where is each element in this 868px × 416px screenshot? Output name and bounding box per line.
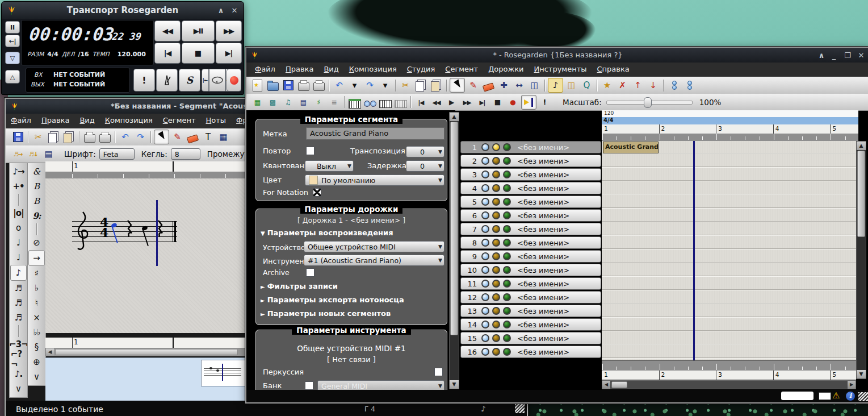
stop-button[interactable]: ■ [182, 43, 215, 64]
track-mute-led[interactable] [481, 211, 489, 219]
print-button[interactable] [296, 78, 311, 92]
track-mute-led[interactable] [481, 293, 489, 301]
shade-button[interactable]: ∧ [215, 6, 227, 15]
bass-clef-button[interactable]: 9: [29, 209, 44, 223]
breve-button[interactable]: |o| [11, 206, 26, 221]
move-tool-button[interactable]: ✚ [497, 78, 511, 92]
menu-item[interactable]: Сегмент [158, 114, 201, 126]
track-row[interactable]: 2<без имени> [460, 155, 601, 167]
playback-parameters-section[interactable]: ▼Параметры воспроизведения [261, 228, 393, 237]
record-filters-section[interactable]: ►Фильтры записи [261, 282, 338, 290]
bank-select[interactable]: General MIDI▼ [317, 380, 445, 390]
track-record-led[interactable] [492, 334, 500, 342]
track-row[interactable]: 15<без имени> [460, 332, 601, 344]
track-mute-led[interactable] [481, 157, 489, 165]
tempo-ruler-toggle-button[interactable]: ≡ [327, 95, 341, 109]
track-instrument-led[interactable] [503, 321, 511, 328]
track-instrument-led[interactable] [503, 211, 511, 219]
new-segments-section[interactable]: ►Параметры новых сегментов [261, 309, 391, 318]
back-one-bar-button[interactable]: ←| [5, 35, 20, 47]
track-instrument-led[interactable] [503, 293, 511, 301]
open-percussion-matrix-button[interactable]: ▩ [266, 95, 280, 109]
track-name[interactable]: <без имени> [517, 280, 569, 288]
maximize-button[interactable]: ❐ [842, 51, 853, 60]
extend-selection-button[interactable]: +• [11, 179, 26, 194]
track-name[interactable]: <без имени> [517, 321, 569, 329]
menu-item[interactable]: Сегмент [440, 63, 483, 75]
track-mute-led[interactable] [481, 266, 489, 274]
track-instrument-led[interactable] [503, 198, 511, 206]
open-event-list-button[interactable]: ▤ [296, 95, 311, 109]
archive-checkbox[interactable] [306, 268, 315, 277]
color-select[interactable]: По умолчанию ▼ [305, 174, 445, 186]
piano-icon[interactable] [819, 392, 831, 400]
menu-item[interactable]: Студия [402, 63, 441, 75]
play-pause-button[interactable]: ▶II [182, 20, 215, 41]
track-instrument-led[interactable] [503, 348, 511, 356]
eighth-note-button[interactable]: ♪ [10, 265, 27, 281]
scroll-thumb[interactable] [611, 381, 627, 388]
step-by-step-insert-button[interactable]: ♪→ [11, 164, 26, 179]
tenor-clef-button[interactable]: B [29, 194, 44, 209]
scroll-left-icon[interactable]: ◀ [602, 381, 610, 389]
track-record-led[interactable] [492, 143, 500, 151]
track-instrument-led[interactable] [503, 170, 511, 178]
shade-button[interactable]: ∧ [816, 51, 827, 60]
track-row[interactable]: 6<без имени> [460, 209, 601, 222]
half-note-button[interactable]: ♩ [11, 235, 26, 250]
track-name[interactable]: <без имени> [517, 307, 569, 315]
track-instrument-led[interactable] [503, 280, 511, 288]
warning-icon[interactable]: ⚠ [832, 390, 840, 401]
scroll-down-icon[interactable]: ▼ [857, 370, 866, 378]
panel-scrollbar[interactable]: ▲ ▼ [449, 112, 459, 389]
undo-dropdown-button[interactable]: ▾ [347, 78, 362, 92]
midi-mixer-button[interactable] [347, 95, 362, 109]
copy-button[interactable] [414, 78, 428, 92]
track-name[interactable]: <без имени> [517, 334, 569, 343]
timesig-ruler[interactable]: 4/4 [602, 117, 858, 125]
double-sharp-button[interactable]: × [29, 310, 44, 325]
quantize-button[interactable]: Q [580, 78, 594, 92]
track-record-led[interactable] [492, 280, 500, 288]
transpose-select[interactable]: 0▼ [406, 146, 445, 157]
menu-item[interactable]: Файл [6, 114, 36, 126]
track-mute-led[interactable] [481, 198, 489, 206]
canvas-h-scrollbar[interactable]: ◀ ▶ [602, 380, 856, 389]
track-name[interactable]: <без имени> [517, 293, 569, 302]
track-mute-led[interactable] [481, 170, 489, 178]
track-row[interactable]: 7<без имени> [460, 223, 601, 235]
track-mute-led[interactable] [481, 225, 489, 233]
playback-pointer[interactable] [156, 200, 158, 266]
resize-grip[interactable] [515, 404, 525, 413]
notation-h-scrollbar[interactable]: ◀ [45, 348, 246, 356]
repeat-checkbox[interactable] [306, 147, 315, 155]
loop-start-button[interactable]: |← [202, 69, 209, 91]
move-track-down-button[interactable]: ↓ [646, 78, 660, 92]
metronome-button[interactable] [156, 69, 178, 91]
forward-to-end-button[interactable]: ▶| [216, 43, 242, 64]
coda-button[interactable]: ⊕ [29, 355, 44, 369]
track-name[interactable]: <без имени> [517, 198, 569, 206]
panic-button[interactable]: ! [133, 69, 155, 91]
track-row[interactable]: 13<без имени> [460, 305, 601, 317]
save-button[interactable] [11, 130, 25, 144]
cut-button[interactable]: ✂ [31, 130, 45, 144]
scroll-thumb[interactable] [55, 349, 238, 355]
track-mute-led[interactable] [481, 334, 489, 342]
track-record-led[interactable] [492, 307, 500, 315]
scroll-left-icon[interactable]: ◀ [46, 348, 54, 356]
track-row[interactable]: 1<без имени> [460, 141, 601, 153]
scroll-up-icon[interactable]: ▲ [450, 113, 459, 121]
track-name[interactable]: <без имени> [517, 239, 569, 247]
treble-clef-button[interactable]: & [29, 164, 44, 179]
track-name[interactable]: <без имени> [517, 143, 569, 152]
record-button[interactable]: ● [506, 95, 520, 109]
print-preview-button[interactable] [98, 130, 112, 144]
track-instrument-led[interactable] [503, 143, 511, 151]
slider-thumb[interactable] [644, 97, 652, 108]
save-file-button[interactable] [281, 78, 295, 92]
alto-clef-button[interactable]: B [29, 179, 44, 194]
track-record-led[interactable] [492, 239, 500, 247]
track-name[interactable]: <без имени> [517, 225, 569, 234]
close-button[interactable]: ✕ [229, 6, 240, 15]
